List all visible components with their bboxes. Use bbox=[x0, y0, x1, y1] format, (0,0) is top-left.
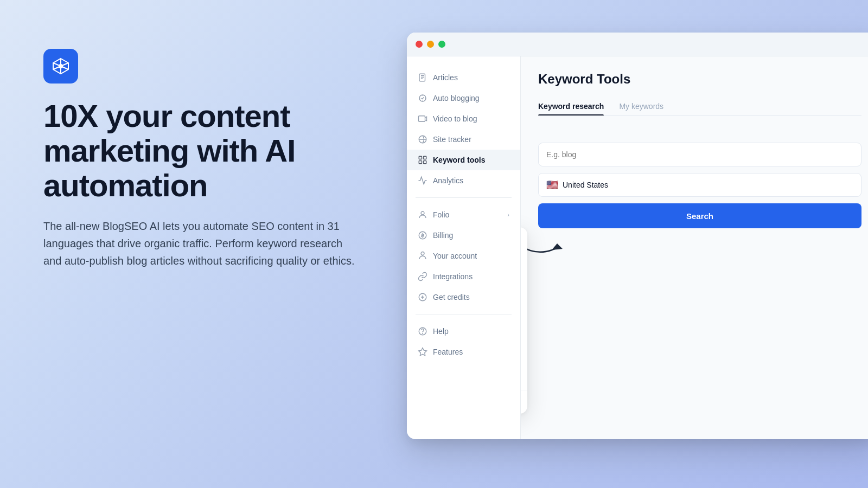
hero-subtext: The all-new BlogSEO AI lets you automate… bbox=[43, 217, 358, 269]
search-input-wrapper bbox=[538, 143, 861, 166]
country-dropdown: 🇺🇸 United States 🇬🇧 United Kingdom 🇨🇦 Ca… bbox=[521, 227, 527, 414]
svg-rect-5 bbox=[419, 156, 422, 159]
svg-rect-7 bbox=[419, 161, 422, 164]
sidebar-divider-1 bbox=[416, 197, 512, 198]
tabs-container: Keyword research My keywords bbox=[538, 98, 861, 115]
svg-marker-15 bbox=[552, 243, 563, 250]
folio-chevron-icon: › bbox=[507, 211, 509, 218]
dropdown-item-de[interactable]: 🇩🇪 Germany bbox=[521, 336, 527, 362]
search-button[interactable]: Search bbox=[538, 203, 861, 228]
main-content: Keyword Tools Keyword research My keywor… bbox=[521, 56, 868, 439]
hero-section: 10X your content marketing with AI autom… bbox=[43, 49, 391, 269]
browser-titlebar bbox=[407, 33, 868, 56]
arrow-decoration bbox=[521, 233, 565, 267]
svg-rect-3 bbox=[419, 116, 425, 122]
svg-rect-6 bbox=[424, 156, 426, 159]
selected-country-label: United States bbox=[563, 181, 608, 189]
sidebar-item-features[interactable]: Features bbox=[407, 342, 520, 362]
sidebar-item-billing[interactable]: Billing bbox=[407, 225, 520, 246]
app-logo bbox=[43, 49, 78, 84]
tab-keyword-research[interactable]: Keyword research bbox=[538, 98, 604, 115]
fullscreen-button[interactable] bbox=[438, 41, 445, 48]
keyword-search-input[interactable] bbox=[538, 143, 861, 166]
country-selector-container: 🇺🇸 United States 🇺🇸 United States 🇬🇧 Uni… bbox=[538, 173, 861, 197]
svg-marker-14 bbox=[419, 348, 427, 356]
svg-rect-1 bbox=[419, 74, 425, 81]
hero-headline: 10X your content marketing with AI autom… bbox=[43, 99, 391, 202]
search-form: 🇺🇸 United States 🇺🇸 United States 🇬🇧 Uni… bbox=[538, 143, 861, 228]
browser-window: Articles Auto blogging Video to blog bbox=[407, 33, 868, 439]
sidebar-item-your-account[interactable]: Your account bbox=[407, 246, 520, 266]
country-selector[interactable]: 🇺🇸 United States bbox=[538, 173, 861, 197]
sidebar-item-integrations[interactable]: Integrations bbox=[407, 266, 520, 287]
sidebar-item-auto-blogging[interactable]: Auto blogging bbox=[407, 88, 520, 108]
sidebar-item-get-credits[interactable]: Get credits bbox=[407, 287, 520, 307]
dropdown-item-ca[interactable]: 🇨🇦 Canada bbox=[521, 284, 527, 310]
page-title: Keyword Tools bbox=[538, 72, 861, 87]
minimize-button[interactable] bbox=[427, 41, 434, 48]
dropdown-more-button[interactable]: More (31) bbox=[521, 390, 527, 409]
sidebar-item-articles[interactable]: Articles bbox=[407, 67, 520, 88]
sidebar-item-analytics[interactable]: Analytics bbox=[407, 170, 520, 191]
svg-rect-8 bbox=[424, 161, 426, 164]
dropdown-item-ru[interactable]: 🇷🇺 Russia bbox=[521, 310, 527, 336]
sidebar-item-video-to-blog[interactable]: Video to blog bbox=[407, 108, 520, 129]
tab-my-keywords[interactable]: My keywords bbox=[619, 98, 663, 115]
sidebar-item-site-tracker[interactable]: Site tracker bbox=[407, 129, 520, 150]
browser-body: Articles Auto blogging Video to blog bbox=[407, 56, 868, 439]
sidebar-item-keyword-tools[interactable]: Keyword tools bbox=[407, 150, 520, 170]
selected-country-flag: 🇺🇸 bbox=[546, 179, 558, 191]
svg-point-13 bbox=[423, 333, 423, 333]
svg-point-9 bbox=[421, 211, 424, 215]
sidebar-item-folio[interactable]: Folio › bbox=[407, 204, 520, 225]
sidebar: Articles Auto blogging Video to blog bbox=[407, 56, 521, 439]
dropdown-item-us[interactable]: 🇺🇸 United States bbox=[521, 232, 527, 258]
sidebar-item-help[interactable]: Help bbox=[407, 321, 520, 342]
close-button[interactable] bbox=[416, 41, 423, 48]
dropdown-item-fr[interactable]: 🇫🇷 France bbox=[521, 362, 527, 388]
sidebar-divider-2 bbox=[416, 314, 512, 314]
dropdown-item-gb[interactable]: 🇬🇧 United Kingdom bbox=[521, 258, 527, 284]
svg-point-0 bbox=[59, 64, 63, 68]
